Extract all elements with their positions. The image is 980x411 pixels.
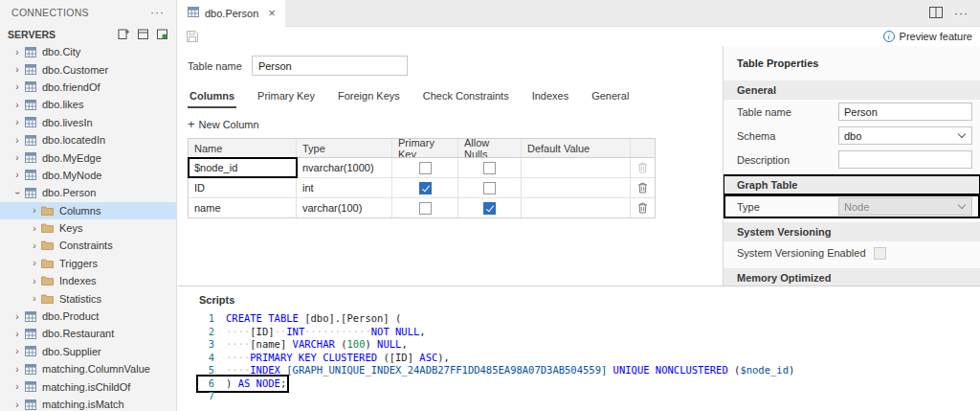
tree-item-label: dbo.locatedIn	[42, 134, 105, 146]
grid-cell-name[interactable]: name	[189, 198, 297, 217]
table-icon	[188, 7, 199, 19]
columns-grid: NameTypePrimary KeyAllow NullsDefault Va…	[188, 138, 656, 218]
chevron-down-icon	[958, 201, 966, 209]
new-column-button[interactable]: + New Column	[188, 117, 259, 131]
more-icon[interactable]: ···	[150, 6, 165, 19]
tree-item-label: matching.isMatch	[42, 399, 124, 410]
chevron-right-icon: ›	[29, 258, 40, 268]
tree-item-label: dbo.Supplier	[42, 346, 101, 357]
close-icon[interactable]: ×	[268, 7, 276, 19]
grid-cell-type[interactable]: nvarchar(1000)	[297, 158, 392, 177]
table-icon	[23, 346, 37, 356]
preview-feature-link[interactable]: i Preview feature	[883, 31, 972, 42]
section-header-memory-optimized: Memory Optimized	[724, 268, 980, 285]
delete-row-button[interactable]	[637, 202, 648, 214]
section-header-general: General	[724, 80, 980, 100]
grid-cell-default-value[interactable]	[522, 178, 631, 197]
grid-cell-type[interactable]: varchar(100)	[297, 198, 392, 217]
field-select-type: Node	[838, 197, 972, 216]
designer-tab-columns[interactable]: Columns	[188, 86, 236, 108]
grid-cell-name[interactable]: ID	[189, 178, 297, 197]
grid-cell-allow-nulls	[458, 158, 522, 177]
grid-cell-actions	[631, 198, 655, 217]
designer-tab-indexes[interactable]: Indexes	[530, 86, 571, 108]
grid-cell-default-value[interactable]	[522, 158, 631, 177]
tree-item-triggers[interactable]: ›Triggers	[0, 255, 176, 272]
tree-item-label: Triggers	[59, 258, 98, 269]
chevron-right-icon: ›	[11, 152, 23, 163]
chevron-right-icon: ›	[11, 346, 23, 356]
grid-header-default-value: Default Value	[522, 139, 631, 157]
tree-item-dbo-product[interactable]: ›dbo.Product	[0, 308, 176, 325]
allow-nulls-checkbox[interactable]	[483, 182, 496, 194]
tree-item-matching-columnvalue[interactable]: ›matching.ColumnValue	[0, 360, 176, 377]
editor-body: Table name ColumnsPrimary KeyForeign Key…	[178, 46, 980, 411]
code-line-box: 1CREATE TABLE [dbo].[Person] (	[199, 312, 401, 326]
tree-item-keys[interactable]: ›Keys	[0, 219, 176, 237]
more-actions-icon[interactable]: ···	[954, 7, 969, 20]
active-connections-icon[interactable]	[156, 28, 168, 40]
grid-cell-default-value[interactable]	[522, 198, 631, 217]
servers-section-header: SERVERS	[0, 25, 176, 43]
designer-tab-foreign-keys[interactable]: Foreign Keys	[336, 86, 402, 108]
tree-item-dbo-myedge[interactable]: ›dbo.MyEdge	[0, 148, 176, 166]
chevron-right-icon: ›	[11, 381, 23, 392]
tree-item-dbo-locatedin[interactable]: ›dbo.locatedIn	[0, 131, 176, 148]
line-number: 1	[199, 312, 214, 326]
table-name-input[interactable]	[252, 56, 408, 76]
tree-item-dbo-mynode[interactable]: ›dbo.MyNode	[0, 167, 176, 184]
tree-item-matching-ismatch[interactable]: ›matching.isMatch	[0, 396, 176, 411]
tree-item-dbo-customer[interactable]: ›dbo.Customer	[0, 60, 176, 78]
primary-key-checkbox[interactable]	[419, 182, 432, 194]
new-connection-icon[interactable]	[118, 28, 130, 40]
allow-nulls-checkbox[interactable]	[483, 202, 496, 215]
delete-row-button[interactable]	[637, 182, 648, 194]
tree-item-dbo-restaurant[interactable]: ›dbo.Restaurant	[0, 325, 176, 342]
tree-item-dbo-likes[interactable]: ›dbo.likes	[0, 96, 176, 113]
tree-item-constraints[interactable]: ›Constraints	[0, 237, 176, 254]
code-line: 2····[ID]··INT···········NOT NULL,	[199, 326, 980, 339]
tree-item-dbo-friendof[interactable]: ›dbo.friendOf	[0, 79, 176, 96]
designer-tab-primary-key[interactable]: Primary Key	[256, 86, 317, 108]
split-editor-icon[interactable]	[929, 7, 943, 20]
chevron-right-icon: ›	[11, 311, 23, 322]
code-line: 5····INDEX [GRAPH_UNIQUE_INDEX_24ADB27FF…	[199, 364, 980, 377]
grid-cell-actions	[631, 178, 655, 197]
field-select-schema[interactable]: dbo	[838, 126, 972, 145]
tab-dbo-person[interactable]: dbo.Person ×	[178, 0, 285, 27]
folder-icon	[40, 259, 55, 268]
tree-item-dbo-person[interactable]: ›dbo.Person	[0, 184, 176, 201]
new-server-group-icon[interactable]	[137, 28, 149, 40]
designer-tab-general[interactable]: General	[590, 86, 631, 108]
folder-icon	[40, 276, 55, 285]
field-input-table-name[interactable]	[838, 103, 972, 121]
allow-nulls-checkbox[interactable]	[483, 162, 496, 174]
grid-cell-allow-nulls	[458, 198, 522, 217]
tree-item-dbo-livesin[interactable]: ›dbo.livesIn	[0, 114, 176, 131]
tree-item-indexes[interactable]: ›Indexes	[0, 272, 176, 289]
chevron-right-icon: ›	[11, 81, 23, 92]
tree-item-columns[interactable]: ›Columns	[0, 202, 176, 219]
save-button[interactable]	[186, 30, 199, 43]
tree-item-label: dbo.MyNode	[42, 170, 101, 181]
code-area[interactable]: 1CREATE TABLE [dbo].[Person] (2····[ID]·…	[199, 312, 980, 403]
grid-cell-name[interactable]: $node_id	[189, 158, 297, 177]
primary-key-checkbox[interactable]	[419, 162, 432, 174]
tree-item-dbo-city[interactable]: ›dbo.City	[0, 43, 176, 60]
primary-key-checkbox[interactable]	[419, 202, 432, 215]
grid-cell-actions	[631, 158, 655, 177]
tree-item-label: Keys	[59, 222, 82, 234]
field-description: Description	[724, 148, 980, 171]
chevron-right-icon: ›	[29, 240, 40, 251]
tree-item-statistics[interactable]: ›Statistics	[0, 289, 176, 307]
grid-cell-type[interactable]: int	[297, 178, 392, 197]
tree-item-matching-ischildof[interactable]: ›matching.isChildOf	[0, 377, 176, 395]
code-text: ) AS NODE;	[226, 377, 286, 391]
folder-icon	[40, 223, 55, 233]
tree-item-label: dbo.Restaurant	[42, 328, 114, 339]
field-system-versioning-enabled: System Versioning Enabled	[724, 241, 980, 264]
designer-tab-check-constraints[interactable]: Check Constraints	[421, 86, 511, 108]
field-input-description[interactable]	[838, 150, 972, 169]
field-label-type: Type	[737, 201, 838, 213]
tree-item-dbo-supplier[interactable]: ›dbo.Supplier	[0, 343, 176, 360]
